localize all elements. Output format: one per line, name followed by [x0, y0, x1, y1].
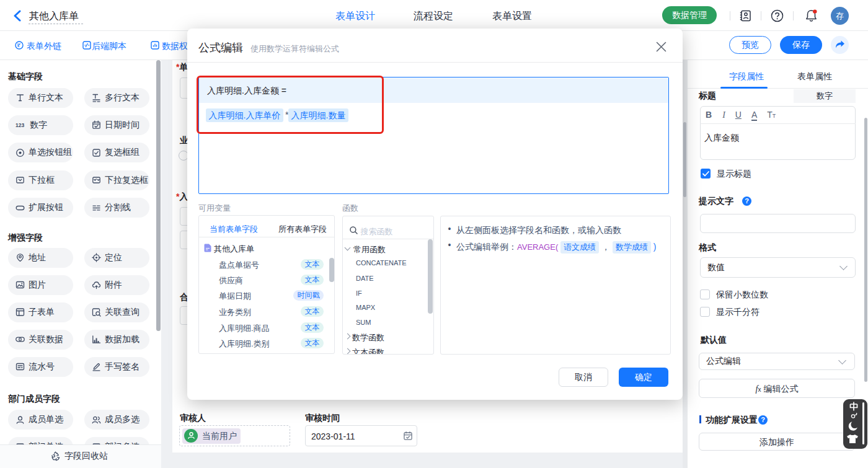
svg-text:123: 123 [16, 122, 24, 128]
